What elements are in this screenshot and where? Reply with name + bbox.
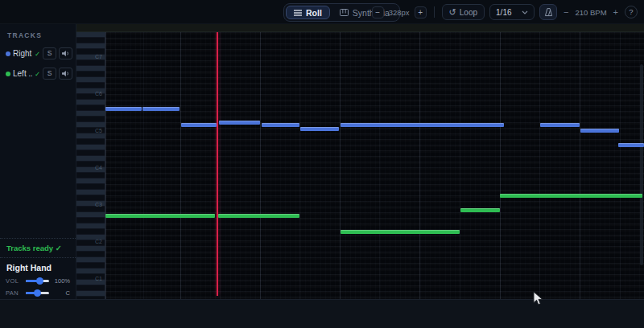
solo-button[interactable]: S: [43, 68, 56, 80]
timeline-ruler[interactable]: [76, 24, 644, 32]
roll-view-button[interactable]: Roll: [286, 6, 330, 19]
tracks-ready-status: Tracks ready ✓: [0, 238, 76, 257]
chevron-down-icon: [522, 10, 528, 14]
track-row-left-hand[interactable]: Left ... ✓ S: [0, 64, 76, 84]
pan-row: PAN C: [0, 287, 76, 299]
divider: [434, 6, 435, 18]
topbar: Roll Synthesia − 328px + ↺ Loop 1/16: [0, 0, 644, 24]
track-name: Left ...: [13, 69, 32, 78]
slider-thumb[interactable]: [36, 277, 43, 285]
keyboard[interactable]: C7C6C5C4C3C2C1: [76, 32, 105, 299]
playhead[interactable]: [217, 32, 218, 296]
roll-grid[interactable]: [105, 32, 644, 299]
loop-icon: ↺: [449, 8, 456, 16]
pan-value: C: [52, 289, 70, 297]
loop-label: Loop: [460, 8, 477, 17]
zoom-out-button[interactable]: −: [372, 6, 384, 18]
zoom-value: 328px: [389, 8, 410, 17]
midi-note-right[interactable]: [580, 129, 619, 133]
midi-note-left[interactable]: [460, 208, 500, 212]
mute-button[interactable]: [59, 68, 72, 80]
tracks-header: TRACKS: [0, 24, 76, 43]
midi-note-right[interactable]: [262, 123, 299, 127]
midi-note-left[interactable]: [218, 214, 299, 218]
midi-note-right[interactable]: [341, 123, 504, 127]
volume-row: VOL 100%: [0, 275, 76, 287]
solo-button[interactable]: S: [43, 47, 56, 59]
roll-view-label: Roll: [306, 8, 322, 18]
speaker-icon: [61, 50, 70, 57]
midi-player-app: Roll Synthesia − 328px + ↺ Loop 1/16: [0, 0, 644, 328]
midi-note-right[interactable]: [219, 121, 260, 125]
metronome-icon: [543, 7, 554, 18]
snap-value: 1/16: [496, 8, 511, 17]
octave-label: C4: [95, 165, 102, 170]
volume-label: VOL: [6, 277, 23, 285]
volume-value: 100%: [52, 277, 70, 285]
slider-thumb[interactable]: [34, 289, 41, 297]
octave-label: C5: [95, 128, 102, 133]
zoom-in-button[interactable]: +: [415, 6, 427, 18]
midi-note-right[interactable]: [181, 123, 217, 127]
track-name: Right ...: [13, 49, 32, 58]
midi-note-right[interactable]: [540, 123, 580, 127]
midi-note-right[interactable]: [300, 127, 339, 131]
octave-label: C7: [95, 54, 102, 59]
bpm-increase-button[interactable]: +: [612, 7, 620, 17]
octave-label: C3: [95, 202, 102, 207]
pan-label: PAN: [6, 289, 23, 297]
help-button[interactable]: ?: [625, 6, 638, 18]
status-check-icon: ✓: [56, 244, 62, 252]
bpm-decrease-button[interactable]: −: [562, 7, 570, 17]
speaker-icon: [61, 70, 70, 77]
tracks-sidebar: TRACKS Right ... ✓ S Left ... ✓ S: [0, 24, 76, 299]
metronome-button[interactable]: [539, 4, 557, 20]
piano-icon: [340, 9, 349, 16]
mixer-panel: Tracks ready ✓ Right Hand VOL 100% PAN: [0, 238, 76, 299]
midi-note-left[interactable]: [500, 194, 642, 198]
vertical-scrollbar[interactable]: [640, 64, 643, 265]
track-check-icon: ✓: [35, 50, 40, 58]
bpm-value: 210 BPM: [575, 8, 606, 17]
octave-label: C2: [95, 239, 102, 244]
topbar-controls: − 328px + ↺ Loop 1/16 − 210 BPM: [372, 0, 638, 24]
track-color-dot: [6, 51, 10, 56]
track-check-icon: ✓: [35, 70, 40, 78]
midi-note-left[interactable]: [105, 214, 215, 218]
octave-label: C6: [95, 91, 102, 96]
loop-button[interactable]: ↺ Loop: [442, 4, 485, 20]
midi-note-right[interactable]: [105, 107, 142, 111]
roll-lines-icon: [294, 10, 302, 16]
transport-bar: 0:42.5 / 3:32.5: [0, 299, 644, 328]
midi-note-right[interactable]: [618, 143, 644, 147]
mute-button[interactable]: [59, 47, 72, 59]
octave-label: C1: [95, 276, 102, 281]
midi-note-left[interactable]: [341, 230, 460, 234]
track-color-dot: [6, 72, 10, 76]
pan-slider[interactable]: [26, 289, 49, 297]
midi-note-right[interactable]: [142, 107, 180, 111]
selected-track-name: Right Hand: [0, 258, 76, 275]
track-row-right-hand[interactable]: Right ... ✓ S: [0, 43, 76, 64]
snap-select[interactable]: 1/16: [489, 4, 535, 20]
volume-slider[interactable]: [26, 277, 49, 285]
